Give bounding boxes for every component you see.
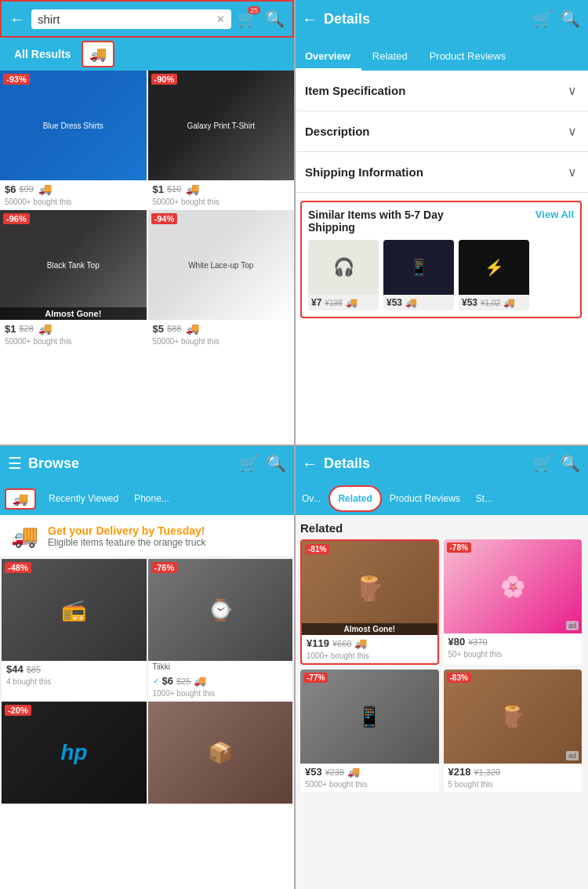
search-icon[interactable]: 🔍 [561, 9, 580, 28]
product-image: Blue Dress Shirts [0, 71, 147, 180]
product-image-label: Galaxy Print T-Shirt [183, 118, 258, 133]
price: $6 [5, 183, 16, 195]
search-results-panel: ← shirt ✕ 🛒25 🔍 All Results 🚚 Blue Dress… [0, 0, 294, 444]
discount-badge: -20% [5, 705, 31, 716]
product-image: 📻 [2, 559, 147, 661]
accordion-description: Description ∨ [294, 111, 588, 152]
cart-icon[interactable]: 🛒 [533, 454, 553, 473]
discount-badge: -90% [151, 74, 178, 85]
page-title: Details [324, 11, 533, 27]
view-all-button[interactable]: View All [535, 209, 574, 220]
similar-item[interactable]: 📱 ¥53 🚚 [383, 240, 454, 310]
truck-icon: 🚚 [503, 297, 515, 308]
product-item[interactable]: -76% ⌚ Tiikki ✓ $6 $25 🚚 1000+ bought th… [148, 559, 293, 700]
accordion-header-desc[interactable]: Description ∨ [294, 111, 588, 151]
similar-item[interactable]: ⚡ ¥53 ¥1,02 🚚 [459, 240, 529, 310]
similar-item-price-row: ¥7 ¥198 🚚 [308, 295, 379, 310]
related-item[interactable]: -83% 🪵 ad ¥218 ¥1,320 5 bought this [444, 669, 583, 792]
product-item[interactable]: 📦 [148, 702, 293, 804]
cart-icon[interactable]: 🛒25 [238, 9, 257, 28]
related-item[interactable]: -78% 🌸 ad ¥80 ¥370 50+ bought this [444, 539, 583, 665]
back-button[interactable]: ← [9, 10, 25, 28]
price-row: ¥119 ¥660 🚚 [302, 635, 437, 651]
tab-recently-viewed[interactable]: Recently Viewed [41, 487, 126, 510]
product-item[interactable]: White Lace-up Top -94% $5 $88 🚚 50000+ b… [148, 210, 295, 348]
cart-badge: 25 [248, 6, 260, 14]
product-image: 📦 [148, 702, 293, 804]
cart-icon[interactable]: 🛒 [239, 454, 259, 473]
price: $44 [6, 663, 24, 675]
similar-item-image: 📱 [383, 240, 454, 295]
tab-related[interactable]: Related [328, 485, 381, 512]
verified-icon: ✓ [153, 677, 159, 685]
product-image: 🪵 ad [444, 669, 583, 764]
search-box[interactable]: shirt ✕ [31, 9, 231, 29]
tab-overview[interactable]: Ov... [294, 487, 328, 510]
price: ¥53 [305, 766, 322, 778]
related-item[interactable]: -77% 📱 ¥53 ¥238 🚚 5000+ bought this [300, 669, 439, 792]
purchase-count: 5 bought this [444, 780, 583, 792]
almost-gone-label: Almost Gone! [302, 623, 437, 635]
tab-store[interactable]: St... [468, 487, 500, 510]
search-icon[interactable]: 🔍 [265, 9, 285, 28]
product-item[interactable]: -48% 📻 $44 $85 4 bought this [2, 559, 147, 700]
price: $6 [162, 675, 173, 687]
accordion-header-shipping[interactable]: Shipping Information ∨ [294, 152, 588, 192]
accordion-header-spec[interactable]: Item Specification ∨ [294, 71, 588, 111]
shipping-icon: 🚚 [347, 766, 360, 778]
tab-related[interactable]: Related [361, 44, 419, 71]
tab-phone[interactable]: Phone... [126, 487, 177, 510]
discount-badge: -77% [303, 673, 328, 683]
related-header: ← Details 🛒 🔍 [294, 444, 588, 482]
search-icon[interactable]: 🔍 [267, 454, 286, 473]
page-title: Details [324, 455, 533, 472]
tab-truck[interactable]: 🚚 [5, 488, 36, 510]
product-image: White Lace-up Top [148, 210, 295, 320]
tab-all-results[interactable]: All Results [8, 45, 77, 64]
accordion-title-spec: Item Specification [305, 84, 405, 97]
browse-tabs: 🚚 Recently Viewed Phone... [0, 482, 294, 515]
original-price: ¥660 [332, 639, 351, 648]
original-price: $25 [176, 677, 191, 686]
tab-truck-filter[interactable]: 🚚 [82, 41, 114, 67]
product-item[interactable]: Blue Dress Shirts -93% $6 $99 🚚 50000+ b… [0, 71, 147, 209]
discount-badge: -81% [305, 544, 329, 554]
accordion-item-spec: Item Specification ∨ [294, 71, 588, 111]
original-price: ¥370 [468, 637, 487, 647]
original-price: $99 [19, 184, 33, 194]
price: $5 [153, 323, 164, 335]
tab-product-reviews[interactable]: Product Reviews [419, 44, 517, 71]
chevron-icon: ∨ [568, 83, 577, 98]
tab-overview[interactable]: Overview [294, 44, 361, 71]
product-image: ⌚ [148, 559, 293, 661]
back-button[interactable]: ← [302, 455, 318, 473]
product-item[interactable]: Black Tank Top Almost Gone! -96% $1 $28 … [0, 210, 147, 348]
menu-icon[interactable]: ☰ [8, 454, 22, 473]
related-item[interactable]: -81% 🪵 Almost Gone! ¥119 ¥660 🚚 1000+ bo… [300, 539, 439, 665]
related-content: Related -81% 🪵 Almost Gone! ¥119 ¥660 🚚 … [294, 515, 588, 889]
product-image: hp [2, 702, 147, 804]
tab-product-reviews[interactable]: Product Reviews [382, 487, 468, 510]
price-row: ✓ $6 $25 🚚 [148, 673, 293, 689]
similar-item[interactable]: 🎧 ¥7 ¥198 🚚 [308, 240, 379, 310]
original-price: $85 [27, 665, 41, 674]
purchase-count: 50000+ bought this [0, 198, 147, 209]
search-header: ← shirt ✕ 🛒25 🔍 [0, 0, 294, 38]
shipping-icon: 🚚 [354, 637, 367, 649]
product-image-label: Blue Dress Shirts [40, 118, 107, 133]
search-icon[interactable]: 🔍 [561, 454, 580, 473]
discount-badge: -93% [3, 74, 30, 85]
product-item[interactable]: -20% hp [2, 702, 147, 804]
search-input[interactable]: shirt [38, 13, 216, 26]
price-row: ¥80 ¥370 [444, 633, 583, 650]
clear-search-icon[interactable]: ✕ [216, 13, 225, 25]
similar-items-section: Similar Items with 5-7 Day Shipping View… [300, 201, 582, 318]
back-button[interactable]: ← [302, 10, 318, 28]
cart-icon[interactable]: 🛒 [533, 9, 553, 28]
price: ¥218 [448, 766, 471, 778]
product-grid: -48% 📻 $44 $85 4 bought this -76% ⌚ Tiik… [0, 557, 294, 805]
truck-icon: 🚚 [405, 297, 417, 308]
discount-badge: -48% [5, 562, 31, 573]
product-item[interactable]: Galaxy Print T-Shirt -90% $1 $10 🚚 50000… [148, 71, 295, 209]
purchase-count: 1000+ bought this [302, 651, 437, 663]
